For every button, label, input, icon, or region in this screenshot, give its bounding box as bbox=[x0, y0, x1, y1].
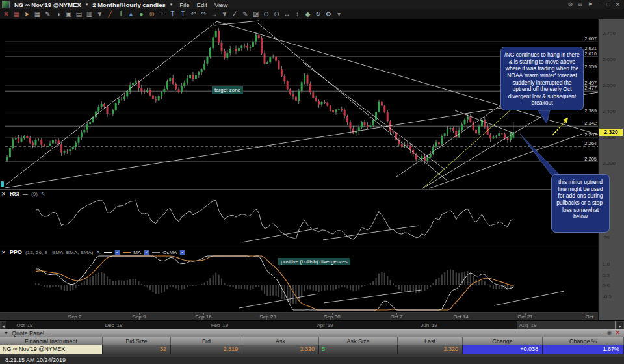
trendline bbox=[258, 23, 447, 181]
candle-body bbox=[504, 134, 506, 138]
hatch-tool-icon[interactable]: ▨ bbox=[252, 9, 260, 19]
rsi-pointer-icon[interactable]: ↖ bbox=[41, 191, 46, 197]
ppo-pointer-icon[interactable]: ↖ bbox=[97, 250, 101, 255]
quote-collapse-icon[interactable]: ▼ bbox=[4, 331, 8, 335]
ppo-legend-swatch bbox=[104, 252, 112, 253]
annotation-note[interactable]: /NG continues to hang in there & is star… bbox=[500, 47, 584, 110]
ppo-histogram-bar bbox=[172, 285, 174, 287]
candle-body bbox=[464, 120, 466, 125]
link-icon[interactable]: ∞ bbox=[578, 0, 582, 9]
candle-body bbox=[150, 90, 151, 95]
symbol-dropdown-icon[interactable]: ▾ bbox=[86, 2, 88, 7]
candle-body bbox=[103, 104, 105, 107]
marker-tool-icon[interactable]: ◆ bbox=[304, 9, 312, 19]
ppo-histogram-bar bbox=[398, 285, 400, 289]
ppo-legend-checkbox[interactable]: ✓ bbox=[179, 250, 185, 255]
maximize-icon[interactable]: □ bbox=[606, 0, 610, 9]
menu-file[interactable]: File bbox=[179, 1, 189, 8]
candle-body bbox=[289, 89, 291, 94]
chart-close-icon[interactable]: ✕ bbox=[2, 9, 10, 19]
zoom-in-icon[interactable]: ⊙ bbox=[262, 9, 270, 19]
ppo-histogram-bar bbox=[484, 281, 486, 285]
rsi-close-icon[interactable]: ✕ bbox=[1, 191, 6, 197]
menu-view[interactable]: View bbox=[214, 1, 228, 8]
trading-app-window: NG ∞ Nov'19 @NYMEX ▾ 2 Months/Hourly can… bbox=[0, 0, 624, 364]
triangle-tool-icon[interactable]: ▲ bbox=[127, 9, 135, 19]
candle-body bbox=[295, 96, 297, 100]
candle-body bbox=[447, 129, 448, 134]
pan-vertical-icon[interactable]: ↕ bbox=[293, 9, 302, 19]
candle-body bbox=[192, 75, 194, 79]
ppo-histogram-bar bbox=[266, 285, 268, 296]
trendline-tool-icon[interactable]: ╱ bbox=[106, 9, 114, 19]
crosshair-tool-icon[interactable]: + bbox=[158, 9, 166, 19]
image-tool-icon[interactable]: ▣ bbox=[64, 9, 73, 19]
ppo-histogram-bar bbox=[456, 272, 457, 285]
ppo-legend-checkbox[interactable]: ✓ bbox=[144, 250, 150, 255]
ppo-histogram-bar bbox=[101, 272, 102, 285]
ppo-histogram-bar bbox=[278, 285, 280, 297]
quote-alert-icon[interactable]: ◉ bbox=[607, 329, 612, 337]
angle-tool-icon[interactable]: ∠ bbox=[231, 9, 239, 19]
candle-body bbox=[512, 132, 514, 138]
time-axis-label: Oct 7 bbox=[390, 314, 402, 320]
ppo-histogram-bar bbox=[309, 285, 311, 290]
close-icon[interactable]: ✕ bbox=[615, 0, 620, 9]
quote-cell-last: 2.320 bbox=[398, 345, 463, 354]
undo-icon[interactable]: ↶ bbox=[189, 9, 198, 19]
minimize-icon[interactable]: – bbox=[598, 0, 601, 9]
tool-dropdown-icon[interactable]: ▼ bbox=[96, 9, 104, 19]
menu-edit[interactable]: Edit bbox=[197, 1, 207, 8]
candle-body bbox=[478, 127, 480, 134]
pin-icon[interactable]: ⚑ bbox=[588, 0, 593, 9]
trendline bbox=[5, 21, 218, 185]
period-dropdown-icon[interactable]: ▾ bbox=[170, 2, 173, 7]
time-scrollbar[interactable]: Oct '18Dec '18Feb '19Apr '19Jun '19Aug '… bbox=[0, 320, 624, 329]
shade-tool-icon[interactable]: ◑ bbox=[54, 9, 62, 19]
draw-dropdown-icon[interactable]: ▼ bbox=[220, 9, 229, 19]
more-tools-icon[interactable]: ▾ bbox=[335, 9, 343, 19]
layout-tool-icon[interactable]: ▥ bbox=[85, 9, 94, 19]
grid-style-icon[interactable]: ▦ bbox=[12, 9, 21, 19]
time-axis-label: Sep 2 bbox=[68, 314, 82, 320]
text-tool-icon[interactable]: T bbox=[168, 9, 177, 19]
ppo-legend-checkbox[interactable]: ✓ bbox=[114, 250, 120, 255]
candle-body bbox=[272, 57, 274, 57]
candle-body bbox=[283, 76, 285, 81]
quote-close-icon[interactable]: ✕ bbox=[615, 329, 620, 337]
candle-body bbox=[46, 146, 48, 146]
zoom-out-icon[interactable]: ⊙ bbox=[272, 9, 281, 19]
price-scale[interactable]: 2.7002.6002.5002.4002.3002.2002.32080604… bbox=[598, 20, 624, 320]
chart-text-label[interactable]: positive (bullish) divergences bbox=[278, 258, 350, 265]
candle-body bbox=[441, 136, 443, 144]
candlestick-tool-icon[interactable]: ‖ bbox=[116, 9, 125, 19]
ppo-histogram-bar bbox=[250, 285, 251, 290]
settings-gear-icon[interactable]: ⚙ bbox=[567, 0, 573, 9]
time-axis-label: Oct 14 bbox=[453, 314, 469, 320]
quote-row[interactable]: NG ∞ Nov'19 @NYMEX322.3192.32052.320+0.0… bbox=[0, 345, 624, 354]
reload-icon[interactable]: ↻ bbox=[314, 9, 322, 19]
chart-text-label[interactable]: target zone bbox=[212, 86, 243, 94]
symbol-title[interactable]: NG ∞ Nov'19 @NYMEX bbox=[14, 1, 81, 8]
annotate-tool-icon[interactable]: ✎ bbox=[44, 9, 52, 19]
ppo-close-icon[interactable]: ✕ bbox=[1, 250, 6, 255]
pointer-tool-icon[interactable]: ➤ bbox=[23, 9, 31, 19]
target-tool-icon[interactable]: ⊕ bbox=[148, 9, 156, 19]
quote-cell-ask-size: 5 bbox=[319, 345, 398, 354]
pencil-tool-icon[interactable]: ✎ bbox=[241, 9, 250, 19]
rsi-param: (9) bbox=[31, 191, 38, 197]
region-tool-icon[interactable]: ▤ bbox=[75, 9, 83, 19]
ellipse-tool-icon[interactable]: ● bbox=[137, 9, 146, 19]
rsi-chart-canvas[interactable] bbox=[0, 190, 598, 248]
arrow-tool-icon[interactable]: → bbox=[210, 9, 218, 19]
candle-body bbox=[252, 42, 254, 47]
redo-icon[interactable]: ↷ bbox=[200, 9, 208, 19]
grid-tool-icon[interactable]: ▦ bbox=[33, 9, 42, 19]
period-title[interactable]: 2 Months/Hourly candles bbox=[92, 1, 165, 8]
pan-horizontal-icon[interactable]: ↔ bbox=[283, 9, 291, 19]
tools-icon[interactable]: ⚙ bbox=[324, 9, 333, 19]
note-tool-icon[interactable]: T bbox=[179, 9, 187, 19]
candle-body bbox=[436, 142, 437, 146]
time-axis[interactable]: Sep 2Sep 9Sep 16Sep 23Sep 30Oct 7Oct 14O… bbox=[0, 312, 598, 320]
annotation-note[interactable]: this minor uptrend line might be used fo… bbox=[551, 174, 610, 233]
